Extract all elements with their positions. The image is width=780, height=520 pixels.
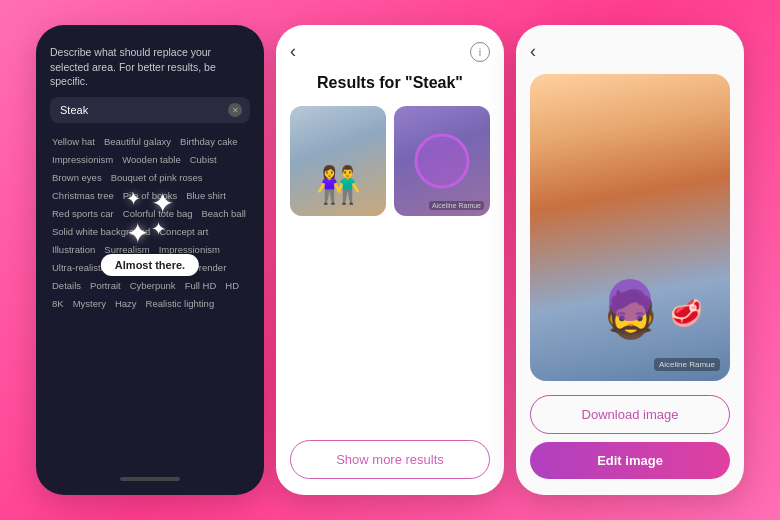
selected-photo: Aiceline Ramue — [394, 106, 490, 216]
edit-header: ‹ — [530, 41, 730, 62]
tag-hazy[interactable]: Hazy — [113, 297, 139, 310]
tag-realistic-lighting[interactable]: Realistic lighting — [144, 297, 217, 310]
tag-details[interactable]: Details — [50, 279, 83, 292]
generate-panel: Describe what should replace your select… — [36, 25, 264, 495]
tag-cyberpunk[interactable]: Cyberpunk — [128, 279, 178, 292]
result-item-2[interactable]: Aiceline Ramue — [394, 106, 490, 216]
description-label: Describe what should replace your select… — [50, 45, 250, 89]
tag-portrait[interactable]: Portrait — [88, 279, 123, 292]
couple-photo — [290, 106, 386, 216]
sparkle-overlay: ✦ ✦ ✦ ✦ Almost there. — [101, 190, 199, 276]
tag-hd[interactable]: HD — [223, 279, 241, 292]
tag-wooden-table[interactable]: Wooden table — [120, 153, 182, 166]
edit-panel: ‹ 🥩 Aiceline Ramue Download image Edit i… — [516, 25, 744, 495]
result-item-1[interactable] — [290, 106, 386, 216]
tag-beautiful-galaxy[interactable]: Beautiful galaxy — [102, 135, 173, 148]
selection-ring — [415, 134, 470, 189]
back-button[interactable]: ‹ — [290, 41, 296, 62]
tag-mystery[interactable]: Mystery — [71, 297, 108, 310]
prompt-input-wrapper[interactable]: ✕ — [50, 97, 250, 123]
sparkle-3: ✦ — [126, 220, 149, 248]
info-button[interactable]: i — [470, 42, 490, 62]
results-header: ‹ i — [290, 41, 490, 62]
preview-image: 🥩 Aiceline Ramue — [530, 74, 730, 381]
tag-beach-ball[interactable]: Beach ball — [200, 207, 248, 220]
tag-fullhd[interactable]: Full HD — [183, 279, 219, 292]
sparkle-4: ✦ — [151, 220, 174, 248]
result-watermark-2: Aiceline Ramue — [429, 201, 484, 210]
sparkle-1: ✦ — [126, 190, 149, 218]
sparkle-2: ✦ — [151, 190, 174, 218]
tag-impressionism[interactable]: Impressionism — [50, 153, 115, 166]
show-more-button[interactable]: Show more results — [290, 440, 490, 479]
steak-emoji: 🥩 — [670, 298, 702, 329]
tag-birthday-cake[interactable]: Birthday cake — [178, 135, 240, 148]
tag-yellow-hat[interactable]: Yellow hat — [50, 135, 97, 148]
tag-brown-eyes[interactable]: Brown eyes — [50, 171, 104, 184]
tag-illustration[interactable]: Illustration — [50, 243, 97, 256]
results-grid: Aiceline Ramue — [290, 106, 490, 216]
download-button[interactable]: Download image — [530, 395, 730, 434]
almost-badge: Almost there. — [101, 254, 199, 276]
edit-back-button[interactable]: ‹ — [530, 41, 536, 62]
clear-input-button[interactable]: ✕ — [228, 103, 242, 117]
results-title: Results for "Steak" — [317, 74, 463, 92]
selection-circle — [609, 279, 651, 321]
tag-8k[interactable]: 8K — [50, 297, 66, 310]
edit-image-button[interactable]: Edit image — [530, 442, 730, 479]
action-buttons: Download image Edit image — [530, 395, 730, 479]
sparkles-grid: ✦ ✦ ✦ ✦ — [126, 190, 174, 248]
bottom-home-bar — [120, 477, 180, 481]
tag-bouquet[interactable]: Bouquet of pink roses — [109, 171, 205, 184]
tag-cubist[interactable]: Cubist — [188, 153, 219, 166]
results-panel: ‹ i Results for "Steak" Aiceline Ramue S… — [276, 25, 504, 495]
preview-watermark: Aiceline Ramue — [654, 358, 720, 371]
prompt-input[interactable] — [60, 104, 222, 116]
